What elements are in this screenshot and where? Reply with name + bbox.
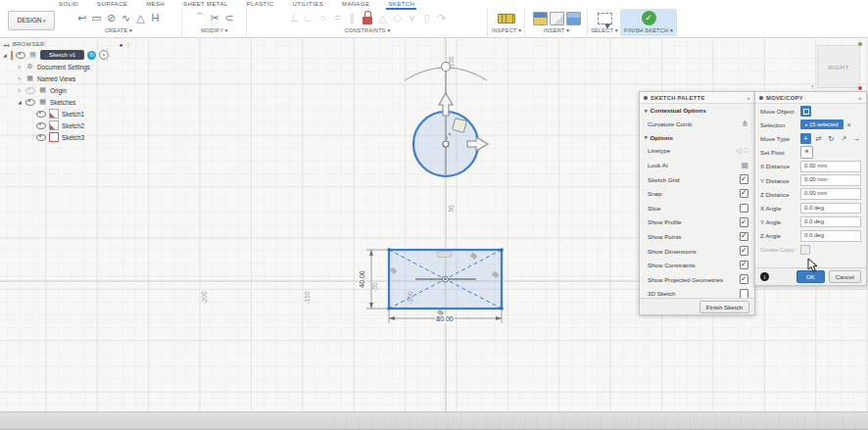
show-points-checkbox[interactable] [740, 232, 749, 242]
snap-checkbox[interactable] [740, 189, 749, 199]
toolbar-group-label-create[interactable]: CREATE ▾ [56, 27, 181, 33]
timeline-bar[interactable] [0, 411, 868, 430]
sketch-palette-header[interactable]: SKETCH PALETTE » [640, 92, 754, 104]
fix-unfix-lock-icon[interactable] [361, 11, 374, 25]
rectangle-sketch[interactable] [387, 248, 504, 316]
closed-arrow-icon[interactable]: ▷ [17, 76, 23, 81]
close-dialog-icon[interactable]: » [858, 95, 862, 101]
visibility-eye-icon[interactable] [36, 122, 46, 129]
move-object-button[interactable] [800, 106, 811, 117]
look-at-icon[interactable]: ▦ [741, 161, 748, 169]
open-arrow-icon[interactable]: ◢ [17, 100, 23, 105]
palette-section-contextual-options[interactable]: Contextual Options [640, 104, 754, 117]
normal-linetype-icon[interactable]: □ [744, 146, 748, 155]
z-distance-input[interactable]: 0.00 mm [800, 188, 861, 200]
insert-image-icon[interactable] [566, 12, 581, 25]
sketch-grid-checkbox[interactable] [740, 174, 749, 184]
set-pivot-icon[interactable]: ⌖ [800, 146, 813, 159]
toolbar-group-label-constraints[interactable]: CONSTRAINTS ▾ [247, 27, 488, 33]
y-angle-input[interactable]: 0.0 deg [800, 216, 861, 228]
visibility-eye-icon[interactable] [16, 52, 25, 59]
selection-count-pill[interactable]: 15 selected [800, 119, 844, 129]
collapse-browser-icon[interactable]: ◂◂ [3, 41, 10, 48]
fillet-icon[interactable]: ⌒ [194, 11, 207, 25]
x-angle-input[interactable]: 0.0 deg [800, 203, 861, 215]
browser-item-named-views[interactable]: ▷▦Named Views [2, 72, 159, 84]
clear-selection-icon[interactable]: × [847, 121, 851, 128]
sketch-line-icon[interactable]: ↩ [75, 11, 88, 25]
curvature-comb-icon[interactable]: ⋔ [741, 119, 748, 128]
width-dimension[interactable]: 80.00 [436, 315, 454, 322]
viewcube-face-label[interactable]: RIGHT [818, 46, 859, 87]
viewcube[interactable]: RIGHT z [817, 45, 860, 88]
slot-icon[interactable]: H [149, 11, 162, 25]
corner-point[interactable] [387, 248, 391, 252]
midpoint-icon[interactable]: △ [376, 11, 389, 25]
show-projected-geometries-checkbox[interactable] [740, 274, 749, 284]
insert-mesh-icon[interactable] [550, 12, 564, 25]
dock-panel-icon[interactable]: » [747, 95, 750, 101]
visibility-eye-icon[interactable] [25, 87, 35, 94]
browser-item-sketch3[interactable]: Sketch3 [2, 131, 159, 143]
finish-sketch-button[interactable]: Finish Sketch [699, 301, 749, 313]
circle-icon[interactable]: ⊘ [105, 11, 118, 25]
move-translate-icon[interactable]: ⇄ [813, 133, 824, 144]
circle-sketch[interactable] [405, 63, 488, 177]
toolbar-group-label-select[interactable]: SELECT ▾ [588, 27, 621, 33]
document-name[interactable]: Sketch v1 [40, 50, 84, 61]
move-rotate-icon[interactable]: ↻ [826, 133, 837, 144]
rotate-grip[interactable] [442, 63, 451, 72]
toolbar-group-label-modify[interactable]: MODIFY ▾ [182, 27, 247, 33]
info-icon[interactable]: i [760, 272, 769, 281]
cancel-button[interactable]: Cancel [829, 270, 861, 283]
corner-point[interactable] [387, 307, 391, 311]
curvature-icon[interactable]: ▯ [420, 11, 433, 25]
browser-item-sketches[interactable]: ◢▦Sketches [2, 96, 159, 108]
corner-point[interactable] [500, 307, 504, 311]
x-distance-input[interactable]: 0.00 mm [800, 161, 861, 172]
spline-icon[interactable]: ∿ [120, 11, 132, 25]
select-window-icon[interactable] [598, 13, 612, 24]
toolbar-group-label-finish[interactable]: FINISH SKETCH ▾ [620, 27, 677, 33]
insert-canvas-icon[interactable] [533, 12, 548, 25]
show-constraints-checkbox[interactable] [740, 261, 749, 270]
finish-sketch-check-icon[interactable]: ✓ [642, 11, 656, 25]
dimension-badge[interactable] [437, 252, 452, 258]
visibility-eye-icon[interactable] [25, 99, 35, 106]
corner-point[interactable] [500, 248, 504, 252]
equal-icon[interactable]: = [331, 11, 344, 25]
browser-item-sketch2[interactable]: Sketch2 [2, 119, 159, 131]
palette-section-options[interactable]: Options [640, 131, 754, 144]
closed-arrow-icon[interactable]: ▷ [17, 65, 23, 70]
offset-icon[interactable]: ⊂ [223, 11, 236, 25]
sync-status-icon[interactable] [87, 51, 96, 60]
concentric-icon[interactable]: ◇ [391, 11, 404, 25]
browser-root-row[interactable]: ◢ ▤ Sketch v1 [2, 49, 159, 61]
browser-item-document-settings[interactable]: ▷⚙Document Settings [2, 61, 159, 72]
z-angle-input[interactable]: 0.0 deg [800, 230, 861, 242]
toolbar-group-label-inspect[interactable]: INSPECT ▾ [488, 27, 525, 33]
polygon-icon[interactable]: △ [134, 11, 147, 25]
y-distance-input[interactable]: 0.00 mm [800, 174, 861, 186]
closed-arrow-icon[interactable]: ▷ [17, 88, 23, 93]
collinear-icon[interactable]: ∟ [302, 11, 314, 25]
create-copy-checkbox[interactable] [800, 245, 810, 255]
move-copy-header[interactable]: MOVE/COPY » [755, 92, 866, 104]
symmetry-icon[interactable]: ⋎ [406, 11, 418, 25]
expand-arrow-icon[interactable]: ◢ [2, 53, 8, 58]
circle-center-point[interactable] [443, 141, 449, 147]
parallel-icon[interactable]: ∥ [346, 11, 359, 25]
smooth-icon[interactable]: ↷ [435, 11, 448, 25]
browser-item-origin[interactable]: ▷▦Origin [2, 84, 159, 96]
slice-checkbox[interactable] [740, 204, 749, 214]
show-dimensions-checkbox[interactable] [740, 246, 749, 256]
toolbar-group-label-insert[interactable]: INSERT ▾ [525, 27, 588, 33]
height-dimension[interactable]: 40.00 [359, 270, 365, 288]
point-to-position-icon[interactable]: → [851, 133, 862, 144]
tangent-icon[interactable]: ○ [316, 11, 329, 25]
browser-menu-icon[interactable]: ● ⋮ [120, 41, 131, 48]
trim-icon[interactable]: ✂ [209, 11, 221, 25]
move-free-icon[interactable]: + [800, 133, 811, 144]
coincident-icon[interactable]: ⊥ [287, 11, 300, 25]
construction-linetype-icon[interactable]: ◁ [736, 146, 742, 155]
